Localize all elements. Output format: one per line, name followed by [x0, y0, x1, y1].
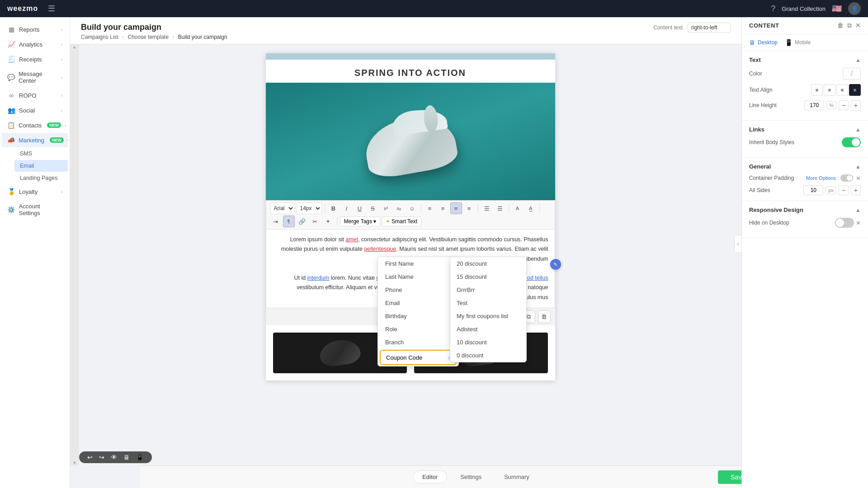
sub-item-grrr[interactable]: GrrrBrr [450, 283, 526, 296]
sidebar-item-reports[interactable]: ▦ Reports › [2, 22, 68, 37]
hide-desktop-toggle[interactable] [835, 218, 854, 228]
merge-birthday[interactable]: Birthday [378, 310, 458, 323]
sub-item-test[interactable]: Test [450, 296, 526, 310]
sidebar-item-marketing[interactable]: 📣 Marketing NEW › [2, 133, 68, 147]
sidebar-sub-landing[interactable]: Landing Pages [14, 172, 68, 184]
sidebar-sub-email[interactable]: Email [14, 160, 68, 172]
panel-collapse-arrow[interactable]: › [734, 235, 741, 253]
sub-item-15[interactable]: 15 discount [450, 270, 526, 283]
redo-button[interactable]: ↪ [97, 454, 106, 461]
mobile-view-button[interactable]: 📱 [134, 454, 146, 461]
scroll-up-icon[interactable]: ▲ [72, 44, 77, 49]
tab-editor[interactable]: Editor [413, 470, 447, 483]
hide-desktop-x[interactable]: ✕ [856, 220, 861, 226]
padding-increase[interactable]: + [851, 185, 861, 195]
align-left-button[interactable]: ≡ [424, 202, 436, 214]
sidebar-item-receipts[interactable]: 🧾 Receipts › [2, 52, 68, 66]
align-right-btn[interactable]: ≡ [836, 84, 848, 96]
delete-block-button[interactable]: 🗑 [538, 310, 551, 323]
sidebar-item-message-center[interactable]: 💬 Message Center › [2, 67, 68, 88]
user-avatar[interactable]: 👤 [848, 2, 861, 15]
indent-button[interactable]: ⇥ [270, 216, 282, 227]
italic-button[interactable]: I [341, 202, 353, 214]
hamburger-icon[interactable]: ☰ [48, 4, 55, 14]
sidebar-item-ropo[interactable]: ∞ ROPO › [2, 88, 68, 103]
strikethrough-button[interactable]: S [367, 202, 379, 214]
inherit-body-toggle[interactable] [842, 137, 861, 147]
sidebar-item-account-settings[interactable]: ⚙️ Account Settings [2, 199, 68, 220]
merge-email[interactable]: Email [378, 296, 458, 310]
desktop-toggle[interactable]: 🖥 Desktop [749, 39, 778, 46]
help-icon[interactable]: ? [771, 4, 775, 14]
expand-icon: › [61, 27, 62, 32]
general-section-collapse[interactable]: ▲ [855, 164, 861, 170]
sidebar-sub-sms[interactable]: SMS [14, 148, 68, 160]
link-button[interactable]: 🔗 [296, 216, 308, 227]
magic-button[interactable]: ✦ [322, 216, 334, 227]
sub-item-20[interactable]: 20 discount [450, 257, 526, 270]
tab-settings[interactable]: Settings [451, 470, 491, 483]
bg-color-button[interactable]: A̲ [525, 202, 537, 214]
preview-button[interactable]: 👁 [109, 454, 119, 461]
line-height-input[interactable] [804, 100, 824, 110]
superscript-button[interactable]: x² [380, 202, 392, 214]
sub-item-adistest[interactable]: Adistest [450, 323, 526, 336]
content-text-select[interactable]: right-to-left left-to-right [687, 23, 731, 33]
desktop-view-button[interactable]: 🖥 [122, 454, 132, 461]
sidebar-item-social[interactable]: 👥 Social › [2, 103, 68, 117]
font-family-select[interactable]: Arial [270, 202, 295, 214]
panel-delete-icon[interactable]: 🗑 [837, 22, 844, 29]
align-right-button[interactable]: ≡ [450, 202, 462, 214]
merge-tags-button[interactable]: Merge Tags ▾ [340, 216, 380, 226]
clean-button[interactable]: ✂ [309, 216, 321, 227]
line-height-decrease[interactable]: − [839, 100, 849, 110]
line-height-increase[interactable]: + [851, 100, 861, 110]
align-center-button[interactable]: ≡ [437, 202, 449, 214]
list-bullet-button[interactable]: ☰ [481, 202, 493, 214]
align-left-btn[interactable]: ≡ [811, 84, 823, 96]
smart-text-button[interactable]: ✦ Smart Text [382, 216, 421, 226]
subscript-button[interactable]: x₂ [393, 202, 405, 214]
padding-input[interactable] [803, 185, 823, 195]
tab-summary[interactable]: Summary [495, 470, 539, 483]
coupon-code-item[interactable]: Coupon Code › [380, 350, 457, 365]
sidebar-item-contacts[interactable]: 📋 Contacts NEW › [2, 118, 68, 132]
merge-phone[interactable]: Phone [378, 283, 458, 296]
breadcrumb-template[interactable]: Choose template [127, 34, 169, 40]
sidebar-item-loyalty[interactable]: 🏅 Loyalty › [2, 184, 68, 199]
underline-button[interactable]: U [354, 202, 366, 214]
canvas-wrapper[interactable]: ▲ ▼ SPRING INTO ACTION [70, 44, 741, 465]
emoji-button[interactable]: ☺ [406, 202, 418, 214]
sidebar: ▦ Reports › 📈 Analytics › 🧾 Receipts › 💬… [0, 17, 70, 488]
color-picker[interactable]: / [843, 68, 861, 80]
scroll-down-icon[interactable]: ▼ [72, 460, 77, 465]
merge-last-name[interactable]: Last Name [378, 270, 458, 283]
align-justify-btn[interactable]: ≡ [849, 84, 861, 96]
sub-item-10[interactable]: 10 discount [450, 336, 526, 349]
padding-toggle[interactable] [840, 174, 853, 182]
more-options-link[interactable]: More Options [806, 175, 836, 181]
mobile-toggle[interactable]: 📱 Mobile [785, 39, 811, 46]
padding-x-btn[interactable]: ✕ [856, 175, 861, 182]
sub-item-myfirst[interactable]: My first coupons list [450, 310, 526, 323]
font-size-select[interactable]: 14px [296, 202, 322, 214]
panel-close-icon[interactable]: ✕ [855, 22, 861, 29]
text-color-button[interactable]: A [512, 202, 524, 214]
responsive-section-collapse[interactable]: ▲ [855, 207, 861, 213]
text-section-collapse[interactable]: ▲ [855, 57, 861, 63]
sidebar-item-analytics[interactable]: 📈 Analytics › [2, 37, 68, 52]
merge-role[interactable]: Role [378, 323, 458, 336]
links-section-collapse[interactable]: ▲ [855, 127, 861, 133]
panel-copy-icon[interactable]: ⧉ [847, 22, 852, 29]
padding-decrease[interactable]: − [839, 185, 849, 195]
merge-first-name[interactable]: First Name [378, 257, 458, 270]
merge-branch[interactable]: Branch [378, 336, 458, 349]
breadcrumb-campaigns[interactable]: Campaigns List [81, 34, 118, 40]
align-justify-button[interactable]: ≡ [463, 202, 475, 214]
bold-button[interactable]: B [328, 202, 340, 214]
list-number-button[interactable]: ☰ [494, 202, 506, 214]
align-center-btn[interactable]: ≡ [824, 84, 835, 96]
sub-item-0[interactable]: 0 discount [450, 349, 526, 362]
rtl-button[interactable]: ¶ [283, 216, 295, 227]
undo-button[interactable]: ↩ [85, 454, 94, 461]
